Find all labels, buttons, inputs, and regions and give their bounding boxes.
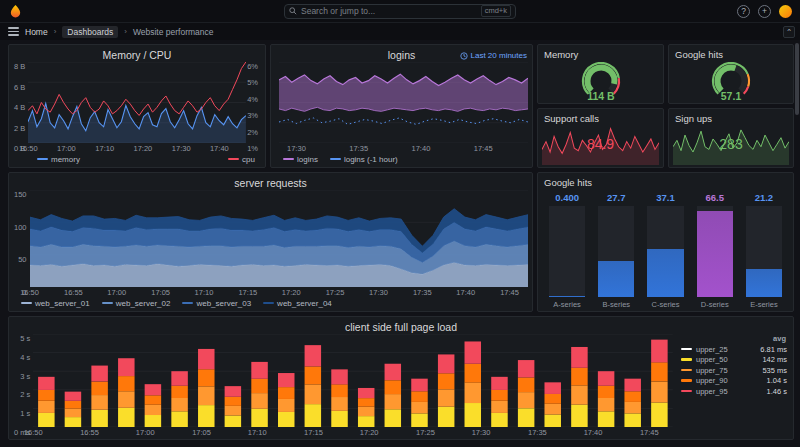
panel-title[interactable]: Sign ups bbox=[673, 112, 789, 126]
panel-google-hits-gauge: Google hits 57.1 bbox=[668, 44, 794, 104]
bar-gauge-track[interactable] bbox=[598, 206, 634, 297]
page-load-chart[interactable] bbox=[33, 334, 673, 427]
panel-title[interactable]: Memory bbox=[542, 48, 659, 62]
plus-icon[interactable]: + bbox=[758, 5, 771, 18]
legend-item[interactable]: web_server_04 bbox=[263, 299, 332, 308]
legend-row[interactable]: upper_901.04 s bbox=[681, 376, 787, 385]
legend-avg-value: 6.81 ms bbox=[760, 345, 787, 354]
x-tick: 17:35 bbox=[413, 288, 432, 297]
panel-memory-cpu: Memory / CPU 8 B6 B4 B2 B0 B 16:5017:001… bbox=[8, 44, 266, 168]
help-icon[interactable]: ? bbox=[737, 5, 750, 18]
legend-row[interactable]: upper_50142 ms bbox=[681, 355, 787, 364]
panel-title[interactable]: Support calls bbox=[542, 112, 659, 126]
grafana-logo-icon[interactable] bbox=[8, 4, 23, 19]
x-tick: 17:40 bbox=[584, 428, 603, 437]
legend-item[interactable]: web_server_02 bbox=[102, 299, 171, 308]
x-tick: 17:45 bbox=[640, 428, 659, 437]
legend-item[interactable]: web_server_03 bbox=[182, 299, 251, 308]
legend-label: upper_75 bbox=[696, 366, 758, 375]
time-range-badge[interactable]: Last 20 minutes bbox=[460, 49, 527, 63]
x-tick: 17:20 bbox=[360, 428, 379, 437]
panel-server-requests: server requests 150100500 16:5016:5517:0… bbox=[8, 172, 533, 312]
y-tick: 8 B bbox=[14, 62, 25, 71]
legend-row[interactable]: upper_256.81 ms bbox=[681, 345, 787, 354]
scrollbar[interactable] bbox=[795, 41, 799, 445]
bar-gauge-track[interactable] bbox=[746, 206, 782, 297]
y-tick: 3% bbox=[247, 111, 258, 120]
panel-google-hits-bars: Google hits 0.400A-series27.7B-series37.… bbox=[537, 172, 794, 312]
x-tick: 17:45 bbox=[474, 144, 493, 153]
y-tick: 2% bbox=[247, 128, 258, 137]
search-input[interactable]: Search or jump to... cmd+k bbox=[284, 4, 516, 19]
legend-item[interactable]: web_server_01 bbox=[21, 299, 90, 308]
panel-title[interactable]: server requests bbox=[13, 176, 528, 190]
scrollbar-thumb[interactable] bbox=[795, 43, 799, 115]
x-tick: 17:10 bbox=[95, 144, 114, 153]
bar-gauge-track[interactable] bbox=[549, 206, 585, 297]
legend-row[interactable]: upper_75535 ms bbox=[681, 366, 787, 375]
legend-item[interactable]: memory bbox=[37, 155, 80, 164]
legend-row[interactable]: upper_951.46 s bbox=[681, 387, 787, 396]
x-tick: 17:40 bbox=[210, 144, 229, 153]
legend-label: web_server_03 bbox=[196, 299, 251, 308]
shortcut-badge: cmd+k bbox=[481, 5, 511, 17]
panel-title[interactable]: logins Last 20 minutes bbox=[275, 48, 528, 62]
legend-label: web_server_02 bbox=[116, 299, 171, 308]
y-tick: 2 B bbox=[14, 124, 25, 133]
legend-marker bbox=[37, 158, 48, 161]
x-tick: 17:45 bbox=[500, 288, 519, 297]
legend-marker bbox=[681, 348, 692, 351]
x-tick: 17:05 bbox=[151, 288, 170, 297]
user-avatar[interactable] bbox=[779, 5, 792, 18]
breadcrumb-home[interactable]: Home bbox=[25, 27, 48, 37]
y-tick: 3 s bbox=[14, 372, 30, 381]
x-tick: 17:40 bbox=[412, 144, 431, 153]
breadcrumb-dashboards[interactable]: Dashboards bbox=[62, 26, 118, 38]
legend-table: avg upper_256.81 msupper_50142 msupper_7… bbox=[673, 334, 789, 437]
google-hits-gauge: 57.1 bbox=[673, 62, 789, 104]
bar-gauge-bar bbox=[549, 296, 585, 297]
x-tick: 17:00 bbox=[57, 144, 76, 153]
legend-item[interactable]: cpu bbox=[228, 155, 255, 164]
server-requests-chart[interactable] bbox=[30, 190, 528, 287]
x-tick: 17:00 bbox=[107, 288, 126, 297]
y-axis-left: 8 B6 B4 B2 B0 B bbox=[13, 62, 28, 153]
legend-marker bbox=[330, 158, 341, 161]
legend: loginslogins (-1 hour) bbox=[275, 153, 528, 165]
panel-title[interactable]: Memory / CPU bbox=[13, 48, 261, 62]
x-tick: 17:30 bbox=[172, 144, 191, 153]
bar-gauge-track[interactable] bbox=[647, 206, 683, 297]
legend-label: cpu bbox=[242, 155, 255, 164]
x-tick: 16:55 bbox=[64, 288, 83, 297]
y-tick: 6 B bbox=[14, 83, 25, 92]
legend-item[interactable]: logins (-1 hour) bbox=[330, 155, 398, 164]
bar-gauge-label: C-series bbox=[644, 298, 686, 309]
bar-gauge-bar bbox=[598, 261, 634, 297]
x-tick: 17:25 bbox=[326, 288, 345, 297]
legend-item[interactable]: logins bbox=[283, 155, 318, 164]
breadcrumb-current: Website performance bbox=[133, 27, 214, 37]
bar-gauge-column: 27.7B-series bbox=[595, 192, 637, 309]
panel-title[interactable]: client side full page load bbox=[13, 320, 789, 334]
y-axis-right: 6%5%4%3%2%1% bbox=[246, 62, 261, 153]
legend-avg-value: 142 ms bbox=[762, 355, 787, 364]
bar-gauge-track[interactable] bbox=[697, 206, 733, 297]
chevron-up-icon[interactable]: ⌃ bbox=[783, 26, 795, 38]
clock-icon bbox=[460, 52, 468, 60]
logins-chart[interactable] bbox=[279, 62, 528, 143]
panel-title[interactable]: Google hits bbox=[542, 176, 789, 190]
y-tick: 4% bbox=[247, 95, 258, 104]
legend-avg-value: 1.04 s bbox=[767, 376, 787, 385]
menu-icon[interactable] bbox=[8, 27, 19, 36]
memory-cpu-chart[interactable] bbox=[28, 62, 246, 143]
y-tick: 100 bbox=[14, 223, 27, 232]
legend-label: logins (-1 hour) bbox=[344, 155, 398, 164]
search-icon bbox=[289, 7, 297, 15]
nav-actions: ? + bbox=[737, 5, 792, 18]
x-tick: 17:30 bbox=[287, 144, 306, 153]
panel-support-calls: Support calls 84.9 bbox=[537, 108, 664, 168]
legend-avg-value: 535 ms bbox=[762, 366, 787, 375]
bar-gauge-label: E-series bbox=[743, 298, 785, 309]
panel-title[interactable]: Google hits bbox=[673, 48, 789, 62]
legend-header[interactable]: avg bbox=[681, 334, 787, 343]
